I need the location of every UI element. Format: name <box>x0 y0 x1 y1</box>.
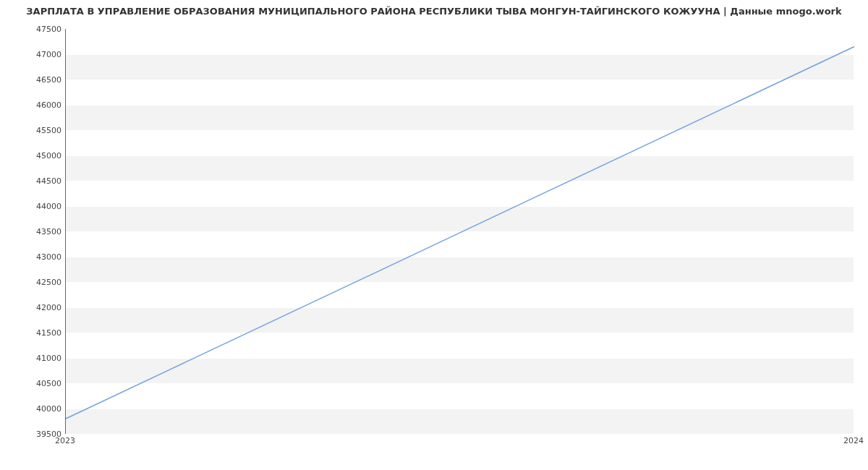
y-tick-label: 44000 <box>4 202 61 211</box>
line-layer <box>66 29 854 434</box>
y-tick-label: 42500 <box>4 278 61 287</box>
grid-line <box>66 434 854 435</box>
y-tick-label: 46000 <box>4 101 61 110</box>
y-tick-label: 43000 <box>4 252 61 262</box>
chart-title: ЗАРПЛАТА В УПРАВЛЕНИЕ ОБРАЗОВАНИЯ МУНИЦИ… <box>0 6 868 17</box>
y-tick-label: 41500 <box>4 328 61 338</box>
y-tick-label: 41000 <box>4 354 61 363</box>
y-tick-label: 45500 <box>4 126 61 135</box>
y-tick-label: 39500 <box>4 430 61 439</box>
y-tick-label: 40500 <box>4 379 61 388</box>
chart-container: ЗАРПЛАТА В УПРАВЛЕНИЕ ОБРАЗОВАНИЯ МУНИЦИ… <box>0 0 868 470</box>
y-tick-label: 43500 <box>4 227 61 236</box>
y-tick-label: 47000 <box>4 50 61 59</box>
data-line <box>66 47 854 419</box>
y-tick-label: 44500 <box>4 176 61 186</box>
x-tick-label: 2023 <box>55 436 75 445</box>
plot-area <box>65 29 854 434</box>
y-tick-label: 40000 <box>4 404 61 414</box>
y-tick-label: 45000 <box>4 151 61 161</box>
y-tick-label: 46500 <box>4 75 61 85</box>
y-tick-label: 47500 <box>4 25 61 34</box>
y-tick-label: 42000 <box>4 303 61 312</box>
x-tick-label: 2024 <box>843 436 864 445</box>
